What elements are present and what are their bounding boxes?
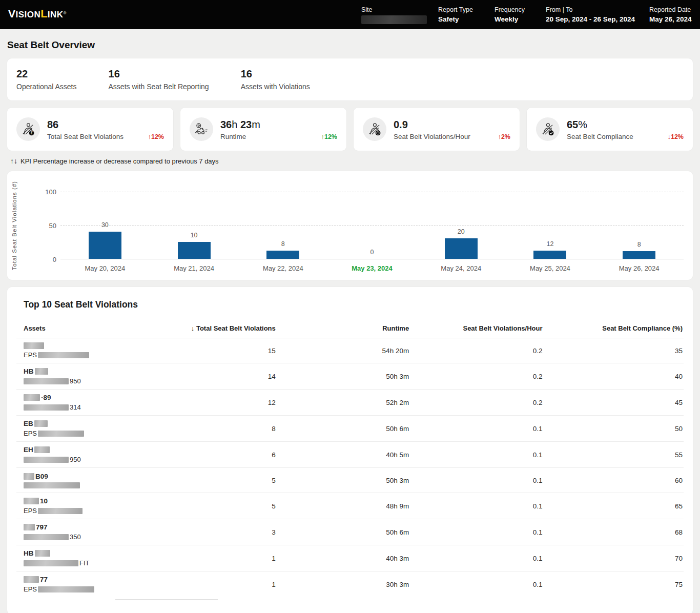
kpi-note: ↑↓ KPI Percentage increase or decrease c… — [10, 157, 693, 165]
kpi-value: 36h 23m — [220, 118, 337, 131]
asset-name-text: 797 — [36, 523, 48, 531]
compliance-cell: 40 — [544, 363, 684, 390]
asset-name-text: 314 — [70, 403, 81, 411]
header-field-frequency: Frequency Weekly — [495, 6, 525, 23]
machine-runtime-icon — [190, 117, 213, 141]
runtime-cell: 48h 9m — [277, 493, 410, 519]
kpi-value: 65% — [567, 118, 684, 131]
table-footer-divider — [115, 599, 218, 604]
stat-assets-with-violations: 16 Assets with Violations — [241, 68, 310, 91]
site-value-redacted — [361, 15, 427, 24]
x-axis-label: May 22, 2024 — [238, 264, 327, 272]
redacted-text — [35, 550, 50, 557]
column-header-total-violations[interactable]: ↓ Total Seat Belt Violations — [190, 320, 277, 338]
asset-name-text: -89 — [41, 394, 51, 401]
redacted-text — [34, 420, 48, 427]
violations-cell: 1 — [190, 545, 277, 571]
y-tick-50: 50 — [38, 222, 56, 230]
frequency-value: Weekly — [495, 15, 525, 23]
y-tick-100: 100 — [38, 188, 56, 196]
table-header-row: Assets ↓ Total Seat Belt Violations Runt… — [16, 320, 684, 338]
frequency-label: Frequency — [495, 6, 525, 13]
x-axis-label: May 23, 2024 — [327, 264, 417, 272]
kpi-label: Seat Belt Compliance — [567, 133, 633, 140]
asset-name-cell: HBFIT — [16, 545, 190, 571]
up-down-arrows-icon: ↑↓ — [10, 157, 17, 165]
redacted-text — [24, 534, 69, 540]
redacted-text — [24, 473, 34, 480]
violations-per-hour-cell: 0.2 — [410, 363, 543, 390]
asset-name-text: EPS — [24, 507, 37, 515]
x-axis-label: May 26, 2024 — [594, 264, 684, 272]
asset-name-text: HB — [24, 367, 34, 375]
stat-value: 16 — [241, 68, 310, 80]
violations-bar-chart: Total Seat Belt Violations (#) 100 50 0 … — [7, 171, 693, 280]
asset-name-cell: 77EPS — [16, 571, 190, 598]
kpi-runtime: 36h 23m Runtime ↑12% — [180, 108, 346, 151]
compliance-cell: 45 — [544, 390, 684, 416]
violations-cell: 3 — [190, 519, 277, 545]
asset-name-text: EB — [24, 420, 33, 427]
compliance-cell: 55 — [544, 442, 684, 468]
bar — [178, 242, 211, 259]
kpi-label: Runtime — [220, 133, 246, 140]
bar-value-label: 20 — [417, 228, 506, 235]
header-field-reported-date: Reported Date May 26, 2024 — [649, 6, 692, 23]
asset-name-cell: EPS — [16, 338, 190, 363]
compliance-cell: 35 — [544, 338, 684, 363]
kpi-delta: ↑12% — [148, 133, 164, 140]
runtime-cell: 50h 3m — [277, 468, 410, 493]
column-header-runtime[interactable]: Runtime — [277, 320, 410, 338]
report-type-label: Report Type — [438, 6, 473, 13]
site-label: Site — [361, 6, 427, 13]
compliance-cell: 70 — [544, 545, 684, 571]
header-field-site: Site — [361, 6, 427, 24]
violations-cell: 12 — [190, 390, 277, 416]
redacted-text — [24, 482, 80, 488]
violations-per-hour-cell: 0.1 — [410, 519, 543, 545]
bar — [533, 251, 566, 259]
runtime-cell: 50h 6m — [277, 416, 410, 442]
asset-name-text: 77 — [40, 576, 48, 583]
visionlink-logo: VISIONLINK® — [8, 7, 66, 21]
bar — [266, 251, 299, 259]
asset-name-text: EPS — [24, 351, 37, 359]
chart-bars: 30May 20, 202410May 21, 20248May 22, 202… — [60, 192, 684, 259]
kpi-value: 0.9 — [394, 118, 510, 131]
seatbelt-sum-icon: Σ — [16, 117, 40, 141]
reported-date-label: Reported Date — [649, 6, 692, 13]
violations-per-hour-cell: 0.2 — [410, 338, 543, 363]
asset-name-cell: 10EPS — [16, 493, 190, 519]
asset-name-cell: B09 — [16, 468, 190, 493]
bar-value-label: 8 — [238, 240, 327, 248]
table-row: -893141252h 2m0.245 — [16, 390, 684, 416]
column-header-compliance[interactable]: Seat Belt Compliance (%) — [544, 320, 684, 338]
kpi-card-row: Σ 86 Total Seat Belt Violations ↑12% — [7, 108, 693, 151]
chart-bar-group: 20May 24, 2024 — [417, 192, 506, 259]
asset-name-text: EH — [24, 446, 33, 454]
column-header-assets[interactable]: Assets — [16, 320, 190, 338]
stat-label: Assets with Seat Belt Reporting — [109, 83, 209, 91]
stat-assets-with-reporting: 16 Assets with Seat Belt Reporting — [109, 68, 209, 91]
violations-cell: 5 — [190, 468, 277, 493]
header-field-report-type: Report Type Safety — [438, 6, 473, 23]
report-type-value: Safety — [438, 15, 473, 23]
table-row: EH950640h 5m0.155 — [16, 442, 684, 468]
column-header-violations-per-hour[interactable]: Seat Belt Violations/Hour — [410, 320, 543, 338]
redacted-text — [24, 524, 35, 530]
kpi-label: Total Seat Belt Violations — [47, 133, 123, 140]
redacted-text — [24, 457, 69, 463]
violations-cell: 14 — [190, 363, 277, 390]
asset-name-text: EPS — [24, 585, 37, 593]
bar-value-label: 10 — [150, 232, 239, 239]
redacted-text — [24, 576, 39, 583]
table-row: EBEPS850h 6m0.150 — [16, 416, 684, 442]
asset-name-text: FIT — [79, 559, 90, 567]
violations-per-hour-cell: 0.2 — [410, 390, 543, 416]
kpi-delta: ↓12% — [667, 133, 684, 140]
violations-per-hour-cell: 0.1 — [410, 493, 543, 519]
redacted-text — [35, 368, 48, 375]
violations-cell: 6 — [190, 442, 277, 468]
x-axis-label: May 20, 2024 — [60, 264, 150, 272]
violations-per-hour-cell: 0.1 — [410, 416, 543, 442]
